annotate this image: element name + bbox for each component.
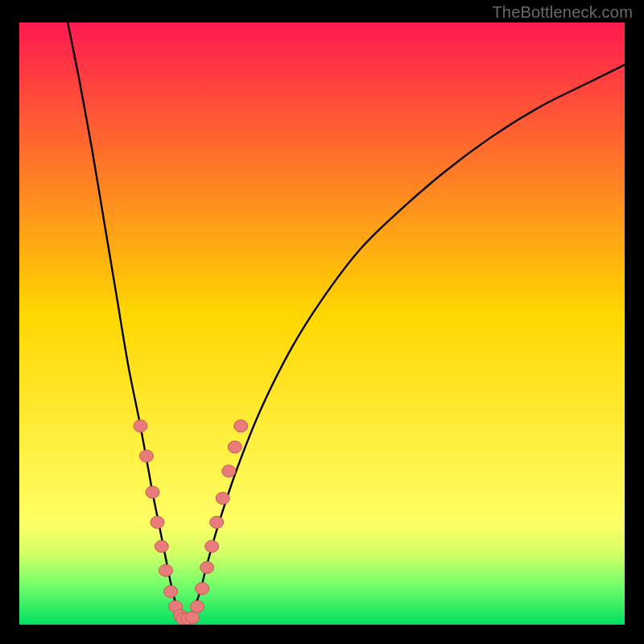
highlight-dot	[216, 492, 229, 504]
highlight-dot	[228, 441, 242, 453]
watermark-text: TheBottleneck.com	[492, 3, 633, 22]
highlight-dot	[164, 585, 178, 597]
highlight-dot	[139, 450, 153, 462]
highlight-dot	[186, 612, 200, 624]
highlight-dot	[146, 486, 159, 498]
highlight-dot	[191, 601, 204, 613]
highlight-dot	[200, 561, 214, 573]
highlight-dot	[196, 583, 209, 595]
plot-area	[19, 23, 625, 625]
chart-canvas: TheBottleneck.com	[0, 0, 644, 644]
bottleneck-curve-path	[68, 23, 625, 620]
highlight-dot	[210, 516, 224, 528]
highlight-dot	[155, 540, 168, 552]
highlight-dot	[205, 540, 219, 552]
highlight-dot	[151, 516, 164, 528]
bottleneck-curve	[19, 23, 625, 625]
highlight-dot	[159, 564, 172, 576]
highlight-dot	[134, 420, 147, 432]
highlight-dot	[222, 465, 236, 477]
highlight-dot	[234, 420, 248, 432]
